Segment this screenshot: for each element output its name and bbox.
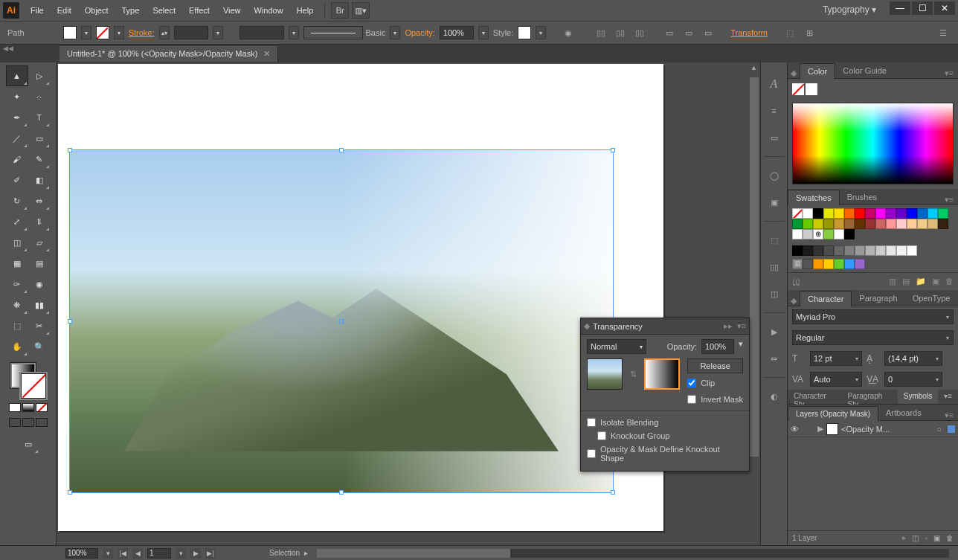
swatch[interactable] xyxy=(907,245,917,256)
visibility-icon[interactable]: 👁 xyxy=(791,425,803,434)
recolor-art-icon[interactable]: ◉ xyxy=(561,25,576,40)
swatch[interactable] xyxy=(834,208,844,219)
handle-bottom-left[interactable] xyxy=(68,490,72,495)
expand-layer-icon[interactable]: ▶ xyxy=(817,424,823,434)
target-icon[interactable]: ○ xyxy=(936,425,942,434)
swatch[interactable] xyxy=(792,245,803,256)
zoom-dropdown[interactable]: ▾ xyxy=(103,548,113,559)
actions-panel-icon[interactable]: ▶ xyxy=(766,324,782,340)
lasso-tool[interactable]: ܀ xyxy=(29,87,50,106)
document-tab[interactable]: Untitled-1* @ 100% (<Opacity Mask>/Opaci… xyxy=(60,46,278,62)
brush-dropdown[interactable]: ▾ xyxy=(390,26,400,39)
panel-grip-icon[interactable]: ◆ xyxy=(788,68,800,78)
delete-swatch-icon[interactable]: 🗑 xyxy=(945,277,954,286)
eyedropper-tool[interactable]: ✑ xyxy=(7,274,28,294)
handle-bottom-right[interactable] xyxy=(611,490,615,495)
transparency-panel[interactable]: ◆ Transparency ▸▸ ▾≡ Normal▾ Opacity: ▾ … xyxy=(580,318,750,472)
pen-tool[interactable]: ✒ xyxy=(7,108,28,127)
magic-wand-tool[interactable]: ✦ xyxy=(7,87,28,106)
stroke-panel-link[interactable]: Stroke: xyxy=(129,28,155,37)
minimize-button[interactable]: — xyxy=(890,1,910,15)
menu-file[interactable]: File xyxy=(24,1,51,19)
var-width-profile[interactable] xyxy=(240,26,284,39)
new-layer-icon[interactable]: ▣ xyxy=(933,534,940,543)
shape-builder-tool[interactable]: ◫ xyxy=(7,233,28,252)
line-tool[interactable]: ／ xyxy=(7,129,28,148)
swatch[interactable] xyxy=(792,229,803,239)
align-hcenter-icon[interactable]: ▯▯ xyxy=(613,25,628,40)
control-menu-icon[interactable]: ☰ xyxy=(936,25,951,40)
stroke-weight-input[interactable] xyxy=(174,26,208,39)
artboard-tool[interactable]: ⬚ xyxy=(7,316,28,335)
draw-behind-icon[interactable] xyxy=(22,418,34,427)
blend-tool[interactable]: ◉ xyxy=(29,274,50,294)
color-mode-solid[interactable] xyxy=(9,403,21,412)
swatch[interactable] xyxy=(813,245,823,256)
swatch[interactable] xyxy=(886,245,896,256)
handle-bottom-mid[interactable] xyxy=(339,490,344,495)
first-artboard-button[interactable]: |◀ xyxy=(118,548,128,559)
mesh-tool[interactable]: ▦ xyxy=(7,254,28,273)
swatch[interactable] xyxy=(907,208,917,219)
swatch[interactable] xyxy=(823,259,834,269)
arrange-docs-icon[interactable]: ▥▾ xyxy=(352,2,370,19)
swatch[interactable] xyxy=(834,259,844,269)
draw-normal-icon[interactable] xyxy=(9,418,21,427)
menu-help[interactable]: Help xyxy=(290,1,321,19)
hand-tool[interactable]: ✋ xyxy=(7,337,28,356)
swatch[interactable] xyxy=(813,219,823,229)
tab-character[interactable]: Character xyxy=(800,291,852,306)
opacity-input[interactable] xyxy=(440,26,474,39)
canvas[interactable]: ▲ xyxy=(57,62,760,545)
swatch[interactable] xyxy=(823,219,834,229)
swatch[interactable] xyxy=(834,219,844,229)
clip-checkbox[interactable]: Clip xyxy=(687,379,743,387)
swatch[interactable] xyxy=(896,208,907,219)
tab-paragraph[interactable]: Paragraph xyxy=(852,291,904,306)
color-mode-gradient[interactable] xyxy=(22,403,34,412)
swatch[interactable] xyxy=(855,208,865,219)
align-right-icon[interactable]: ▯▯ xyxy=(632,25,647,40)
panel-grip-icon[interactable]: ◆ xyxy=(788,296,800,306)
gradient-tool[interactable]: ▤ xyxy=(29,254,50,273)
color-spectrum[interactable] xyxy=(792,103,954,184)
swatch[interactable] xyxy=(844,245,855,256)
prev-artboard-button[interactable]: ◀ xyxy=(132,548,143,559)
vertical-scrollbar[interactable]: ▲ xyxy=(748,62,760,545)
swatch[interactable] xyxy=(875,245,886,256)
blob-brush-tool[interactable]: ✐ xyxy=(7,170,28,190)
maximize-button[interactable]: ☐ xyxy=(912,1,933,15)
links-panel-icon[interactable]: ⇔ xyxy=(766,350,782,367)
swatch[interactable] xyxy=(803,259,813,269)
status-dropdown[interactable]: ▸ xyxy=(304,549,308,557)
type-tool[interactable]: T xyxy=(29,108,50,127)
graphic-styles-panel-icon[interactable]: ▣ xyxy=(766,194,782,210)
menu-effect[interactable]: Effect xyxy=(182,1,216,19)
swatch[interactable] xyxy=(803,208,813,219)
transparency-panel-header[interactable]: ◆ Transparency ▸▸ ▾≡ xyxy=(581,318,749,335)
menu-window[interactable]: Window xyxy=(248,1,290,19)
appearance-panel-icon[interactable]: ◯ xyxy=(766,167,782,184)
menu-view[interactable]: View xyxy=(216,1,248,19)
swatch[interactable] xyxy=(917,219,928,229)
swatch[interactable] xyxy=(803,245,813,256)
tab-artboards[interactable]: Artboards xyxy=(878,405,929,420)
color-mode-none[interactable] xyxy=(36,403,48,412)
blend-mode-select[interactable]: Normal▾ xyxy=(587,339,646,354)
define-knockout-checkbox[interactable]: Opacity & Mask Define Knockout Shape xyxy=(587,445,743,463)
swatches-panel-menu-icon[interactable]: ▾≡ xyxy=(940,195,958,205)
panel-grip-icon[interactable]: ◆ xyxy=(584,321,590,331)
opacity-dropdown[interactable]: ▾ xyxy=(478,26,489,39)
tab-opentype[interactable]: OpenType xyxy=(905,291,958,306)
opacity-label[interactable]: Opacity: xyxy=(405,28,434,37)
color-panel-menu-icon[interactable]: ▾≡ xyxy=(940,68,958,78)
swatch[interactable] xyxy=(803,219,813,229)
mask-link-icon[interactable]: ⇅ xyxy=(630,370,637,379)
delete-layer-icon[interactable]: 🗑 xyxy=(946,534,954,543)
paragraph-panel-icon[interactable]: ≡ xyxy=(766,103,782,119)
mask-thumbnail[interactable] xyxy=(644,358,680,390)
opentype-panel-icon[interactable]: ▭ xyxy=(766,129,782,146)
align-vcenter-icon[interactable]: ▭ xyxy=(681,25,696,40)
color-none-swatch[interactable] xyxy=(792,83,804,95)
handle-top-right[interactable] xyxy=(611,148,615,152)
